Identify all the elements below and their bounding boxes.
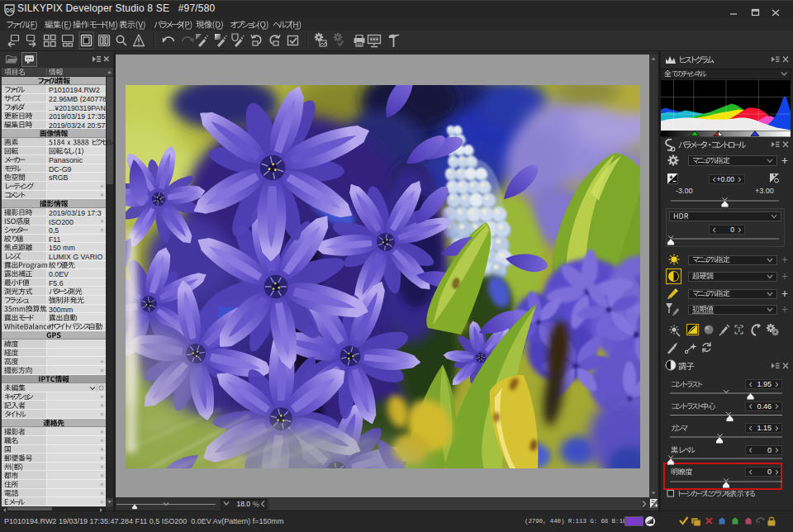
svg-text:DS: DS (6, 7, 14, 13)
svg-text:T: T (737, 325, 742, 334)
